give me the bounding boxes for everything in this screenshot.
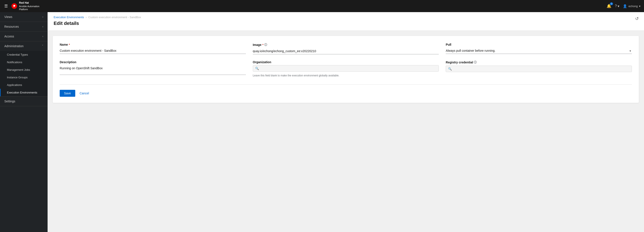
sidebar-administration-label: Administration bbox=[4, 44, 24, 48]
organization-label: Organization bbox=[253, 60, 439, 64]
sidebar-administration-arrow-icon: ˅ bbox=[42, 45, 43, 48]
breadcrumb-separator: › bbox=[86, 16, 86, 19]
organization-search-icon: 🔍 bbox=[255, 67, 259, 70]
name-input[interactable] bbox=[60, 48, 246, 54]
registry-credential-field-group: Registry credential ⓘ 🔍 bbox=[446, 60, 632, 78]
sidebar-item-access[interactable]: Access › bbox=[0, 32, 48, 41]
sidebar-item-execution-environments[interactable]: Execution Environments bbox=[0, 89, 48, 96]
sidebar-item-resources[interactable]: Resources › bbox=[0, 22, 48, 31]
description-input[interactable]: Running on OpenShift SandBox bbox=[60, 65, 246, 75]
content-header: Execution Environments › Custom executio… bbox=[48, 12, 644, 31]
help-icon: ? bbox=[615, 4, 617, 8]
sidebar-item-credential-types[interactable]: Credential Types bbox=[0, 51, 48, 58]
organization-search-wrapper[interactable]: 🔍 bbox=[253, 65, 439, 72]
user-menu-button[interactable]: 👤 echong ▾ bbox=[623, 4, 640, 8]
registry-credential-help-icon[interactable]: ⓘ bbox=[474, 60, 476, 64]
sidebar-access-arrow-icon: › bbox=[42, 35, 43, 38]
sidebar-item-administration[interactable]: Administration ˅ bbox=[0, 41, 48, 51]
hamburger-menu-icon[interactable]: ☰ bbox=[4, 3, 9, 9]
brand-platform: Platform bbox=[19, 8, 28, 11]
registry-credential-search-input[interactable] bbox=[454, 67, 630, 71]
sidebar-resources-arrow-icon: › bbox=[42, 25, 43, 28]
username-label: echong bbox=[628, 5, 638, 8]
notifications-badge: 0 bbox=[610, 3, 613, 5]
user-icon: 👤 bbox=[623, 4, 627, 8]
edit-form-card: Name * Image * ⓘ P bbox=[53, 36, 639, 103]
sidebar-item-applications[interactable]: Applications bbox=[0, 81, 48, 89]
history-button[interactable]: ↺ bbox=[635, 16, 639, 21]
help-button[interactable]: ? ▾ bbox=[615, 4, 619, 8]
image-required-star: * bbox=[262, 43, 264, 47]
save-button[interactable]: Save bbox=[60, 90, 75, 97]
breadcrumb: Execution Environments › Custom executio… bbox=[54, 16, 638, 19]
page-title: Edit details bbox=[54, 21, 638, 26]
registry-credential-search-wrapper[interactable]: 🔍 bbox=[446, 66, 632, 72]
pull-select-wrapper: Always pull container before running. On… bbox=[446, 48, 632, 54]
form-grid: Name * Image * ⓘ P bbox=[60, 43, 632, 78]
sidebar-views-label: Views bbox=[4, 15, 12, 19]
sidebar-item-settings[interactable]: Settings bbox=[0, 97, 48, 106]
pull-label: Pull bbox=[446, 43, 632, 46]
user-dropdown-icon: ▾ bbox=[639, 5, 640, 8]
sidebar-views-arrow-icon: › bbox=[42, 15, 43, 19]
top-navigation: ☰ Red Hat Ansible Automation Platform 🔔 … bbox=[0, 0, 644, 12]
brand-subtitle: Ansible Automation bbox=[19, 5, 39, 8]
name-label: Name * bbox=[60, 43, 246, 46]
pull-field-group: Pull Always pull container before runnin… bbox=[446, 43, 632, 54]
brand-name: Red Hat bbox=[19, 1, 39, 5]
form-actions: Save Cancel bbox=[60, 84, 632, 97]
sidebar: Views › Resources › Access › Administrat… bbox=[0, 12, 48, 232]
registry-credential-label: Registry credential ⓘ bbox=[446, 60, 632, 64]
sidebar-resources-label: Resources bbox=[4, 25, 19, 28]
administration-submenu: Credential Types Notifications Managemen… bbox=[0, 51, 48, 96]
organization-hint: Leave this field blank to make the execu… bbox=[253, 74, 439, 78]
breadcrumb-parent-link[interactable]: Execution Environments bbox=[54, 16, 84, 19]
description-field-group: Description Running on OpenShift SandBox bbox=[60, 60, 246, 78]
organization-search-input[interactable] bbox=[260, 67, 436, 70]
notifications-button[interactable]: 🔔 0 bbox=[606, 4, 611, 9]
name-field-group: Name * bbox=[60, 43, 246, 54]
main-content: Execution Environments › Custom executio… bbox=[48, 12, 644, 232]
history-icon: ↺ bbox=[635, 16, 639, 21]
pull-select[interactable]: Always pull container before running. On… bbox=[446, 48, 632, 54]
sidebar-item-notifications[interactable]: Notifications bbox=[0, 58, 48, 66]
sidebar-settings-label: Settings bbox=[4, 100, 15, 103]
image-input[interactable] bbox=[253, 48, 439, 54]
breadcrumb-current: Custom execution environment - SandBox bbox=[88, 16, 141, 19]
image-field-group: Image * ⓘ bbox=[253, 43, 439, 54]
redhat-logo-icon bbox=[11, 3, 17, 9]
sidebar-item-views[interactable]: Views › bbox=[0, 12, 48, 22]
registry-credential-search-icon: 🔍 bbox=[448, 67, 452, 71]
sidebar-access-label: Access bbox=[4, 35, 14, 38]
brand-logo: Red Hat Ansible Automation Platform bbox=[11, 1, 39, 11]
description-label: Description bbox=[60, 60, 246, 64]
help-dropdown-icon: ▾ bbox=[618, 4, 619, 8]
sidebar-item-instance-groups[interactable]: Instance Groups bbox=[0, 74, 48, 81]
cancel-button[interactable]: Cancel bbox=[79, 90, 90, 97]
sidebar-item-management-jobs[interactable]: Management Jobs bbox=[0, 66, 48, 74]
image-help-icon[interactable]: ⓘ bbox=[264, 43, 267, 47]
image-label: Image * ⓘ bbox=[253, 43, 439, 47]
name-required-star: * bbox=[69, 43, 70, 46]
organization-field-group: Organization 🔍 Leave this field blank to… bbox=[253, 60, 439, 78]
